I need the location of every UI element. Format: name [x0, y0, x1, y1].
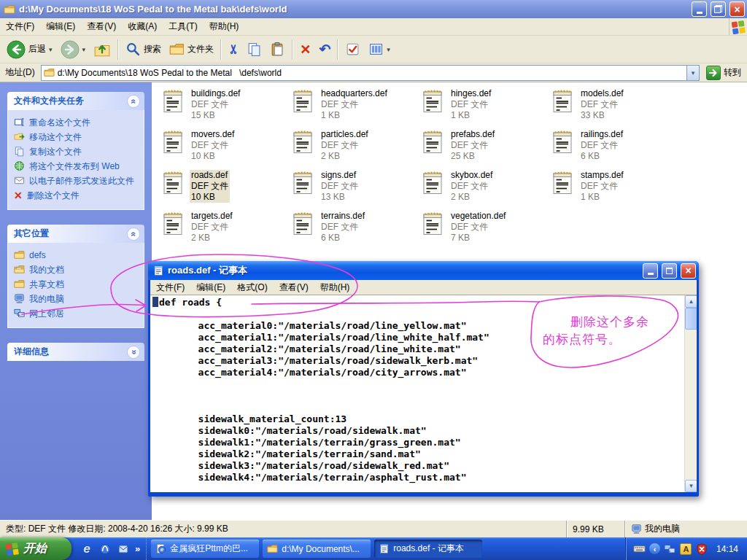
back-dropdown-icon[interactable]: ▾: [49, 46, 53, 53]
undo-button[interactable]: ↶: [315, 38, 334, 61]
delete-button[interactable]: ✕: [296, 38, 314, 61]
keyboard-icon[interactable]: [633, 542, 646, 555]
task-delete-file[interactable]: ✕ 删除这个文件: [14, 188, 141, 203]
task-copy-file[interactable]: 复制这个文件: [14, 144, 141, 159]
security-shield-icon[interactable]: [696, 542, 708, 555]
notepad-text-area[interactable]: def roads { acc_material0:"/materials/ro…: [150, 295, 684, 492]
place-network[interactable]: 网上邻居: [14, 306, 141, 321]
file-item[interactable]: models.def DEF 文件 33 KB: [551, 88, 681, 129]
address-dropdown-icon[interactable]: ▾: [686, 66, 699, 80]
paste-button[interactable]: [266, 38, 289, 61]
place-defs[interactable]: defs: [14, 248, 141, 262]
task-publish-file[interactable]: 将这个文件发布到 Web: [14, 159, 141, 174]
file-type: DEF 文件: [191, 140, 234, 151]
outlook-express-icon[interactable]: [117, 542, 130, 556]
expand-chevron-icon[interactable]: «: [127, 346, 140, 359]
other-places-header[interactable]: 其它位置 «: [7, 225, 144, 243]
file-item[interactable]: prefabs.def DEF 文件 25 KB: [422, 129, 551, 170]
file-item[interactable]: terrains.def DEF 文件 6 KB: [292, 211, 422, 252]
file-tasks-header[interactable]: 文件和文件夹任务 «: [7, 92, 144, 110]
file-item[interactable]: headquarters.def DEF 文件 1 KB: [292, 88, 422, 129]
forward-button[interactable]: ▾: [57, 38, 90, 61]
address-input[interactable]: d:\My Documents\18 WoS Pedal to the Meta…: [41, 65, 700, 81]
search-button[interactable]: 搜索: [122, 38, 165, 61]
checkmark-icon: [345, 42, 360, 57]
menu-item[interactable]: 格式(O): [231, 279, 273, 296]
file-type: DEF 文件: [321, 140, 368, 151]
task-move-file[interactable]: 移动这个文件: [14, 130, 141, 144]
minimize-button[interactable]: [692, 1, 707, 17]
network-tray-icon[interactable]: [664, 542, 676, 555]
file-item[interactable]: stamps.def DEF 文件 1 KB: [551, 170, 681, 211]
input-method-icon[interactable]: A: [680, 542, 692, 555]
file-name: stamps.def: [581, 170, 624, 181]
file-item[interactable]: skybox.def DEF 文件 2 KB: [422, 170, 551, 211]
quick-launch-overflow-icon[interactable]: »: [135, 543, 140, 554]
windows-logo-icon: [729, 18, 747, 35]
maximize-button[interactable]: [662, 263, 677, 279]
menu-item[interactable]: 文件(F): [150, 279, 190, 296]
place-shared-documents[interactable]: 共享文档: [14, 277, 141, 292]
details-header[interactable]: 详细信息 «: [7, 343, 144, 361]
taskbar-button-explorer[interactable]: d:\My Documents\...: [263, 540, 371, 558]
restore-button[interactable]: [711, 1, 726, 17]
views-dropdown-icon[interactable]: ▾: [387, 46, 390, 53]
minimize-button[interactable]: [643, 263, 658, 279]
up-button[interactable]: [90, 38, 115, 61]
menu-item[interactable]: 帮助(H): [204, 18, 245, 36]
selected-extra-character[interactable]: [152, 297, 158, 307]
msn-messenger-icon[interactable]: [98, 542, 112, 556]
checkmark-button[interactable]: [341, 38, 364, 61]
file-item[interactable]: buildings.def DEF 文件 15 KB: [162, 88, 292, 129]
menu-item[interactable]: 工具(T): [163, 18, 203, 36]
cut-button[interactable]: ✂: [225, 38, 242, 61]
start-button[interactable]: 开始: [0, 537, 71, 560]
file-item[interactable]: signs.def DEF 文件 13 KB: [292, 170, 422, 211]
notepad-text-line: sidewalk4:"/materials/terrain/asphalt_ru…: [152, 472, 683, 483]
file-item[interactable]: railings.def DEF 文件 6 KB: [551, 129, 681, 170]
taskbar-button-notepad[interactable]: roads.def - 记事本: [374, 540, 482, 558]
views-button[interactable]: ▾: [365, 38, 394, 61]
scrollbar-thumb[interactable]: [685, 308, 697, 330]
scroll-down-icon[interactable]: ▼: [685, 480, 697, 492]
collapse-chevron-icon[interactable]: «: [127, 95, 140, 108]
hide-tray-icons-chevron-icon[interactable]: ‹: [649, 543, 660, 554]
go-button[interactable]: 转到: [703, 66, 745, 80]
vertical-scrollbar[interactable]: ▲ ▼: [684, 295, 697, 492]
def-file-icon: [422, 129, 444, 154]
file-size: 2 KB: [451, 192, 492, 203]
copy-button[interactable]: [243, 38, 266, 61]
place-my-computer[interactable]: 我的电脑: [14, 292, 141, 306]
file-item[interactable]: vegetation.def DEF 文件 7 KB: [422, 211, 551, 252]
scroll-up-icon[interactable]: ▲: [685, 295, 697, 308]
file-item[interactable]: hinges.def DEF 文件 1 KB: [422, 88, 551, 129]
file-item[interactable]: targets.def DEF 文件 2 KB: [162, 211, 292, 252]
explorer-titlebar[interactable]: d:\My Documents\18 WoS Pedal to the Meta…: [0, 0, 747, 18]
back-button[interactable]: 后退 ▾: [3, 38, 56, 61]
taskbar-button-browser[interactable]: 金属疯狂Pttm的巴...: [151, 540, 259, 558]
folders-button[interactable]: 文件夹: [166, 38, 217, 61]
task-rename-file[interactable]: 重命名这个文件: [14, 115, 141, 130]
forward-dropdown-icon[interactable]: ▾: [82, 46, 86, 53]
menu-item[interactable]: 查看(V): [81, 18, 122, 36]
delete-icon: ✕: [14, 190, 23, 201]
menu-item[interactable]: 文件(F): [0, 18, 40, 36]
task-email-file[interactable]: 以电子邮件形式发送此文件: [14, 174, 141, 188]
close-button[interactable]: ×: [681, 263, 696, 279]
quick-launch-bar: e »: [71, 537, 147, 560]
internet-explorer-icon[interactable]: e: [80, 542, 93, 556]
notepad-menubar: 文件(F)编辑(E)格式(O)查看(V)帮助(H): [150, 280, 697, 295]
notepad-titlebar[interactable]: roads.def - 记事本 ×: [148, 261, 699, 280]
menu-item[interactable]: 编辑(E): [40, 18, 81, 36]
toolbar-separator: [117, 39, 119, 60]
collapse-chevron-icon[interactable]: «: [127, 228, 140, 241]
file-item[interactable]: particles.def DEF 文件 2 KB: [292, 129, 422, 170]
file-item[interactable]: roads.def DEF 文件 10 KB: [162, 170, 292, 211]
menu-item[interactable]: 编辑(E): [190, 279, 231, 296]
close-button[interactable]: ×: [729, 1, 745, 17]
menu-item[interactable]: 查看(V): [274, 279, 314, 296]
file-item[interactable]: movers.def DEF 文件 10 KB: [162, 129, 292, 170]
menu-item[interactable]: 帮助(H): [314, 279, 356, 296]
place-my-documents[interactable]: 我的文档: [14, 262, 141, 277]
menu-item[interactable]: 收藏(A): [122, 18, 163, 36]
